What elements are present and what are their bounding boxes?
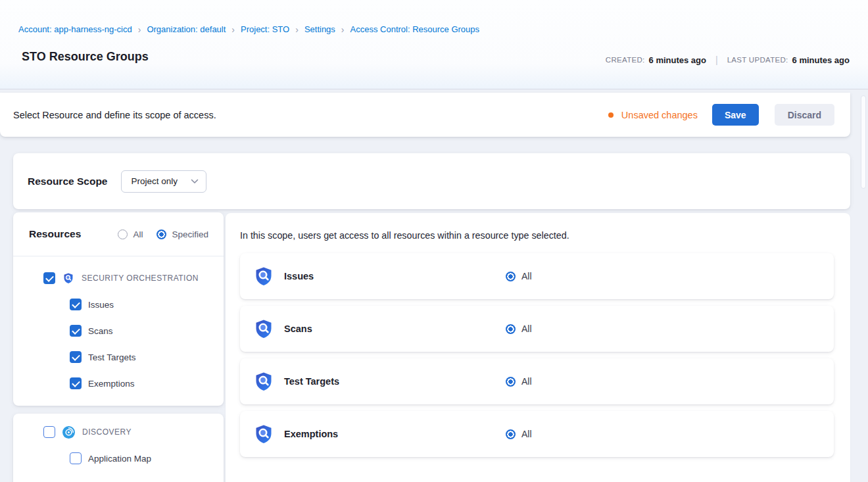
breadcrumb-resource-groups-link[interactable]: Access Control: Resource Groups [350,24,480,34]
test-targets-label: Test Targets [88,352,136,362]
exemptions-label: Exemptions [88,379,135,389]
test-targets-access-label: All [521,376,532,387]
resource-scope-card: Resource Scope Project only [13,153,850,209]
breadcrumb-separator: › [231,25,235,34]
tree-group-security-orchestration: SECURITY ORCHESTRATION [43,270,199,286]
created-label: CREATED: [606,56,645,64]
breadcrumb-account-link[interactable]: Account: app-harness-ng-cicd [18,24,132,34]
resources-panel-header: Resources All Specified [13,212,224,256]
issues-access-label: All [521,271,532,281]
resource-card-issues: Issues All [240,253,834,299]
scope-instruction-text: In this scope, users get access to all r… [240,230,569,241]
radio-selected-icon [506,272,516,281]
breadcrumb-settings-link[interactable]: Settings [304,24,335,34]
discovery-label: DISCOVERY [82,427,132,437]
resources-title: Resources [29,228,81,240]
sto-shield-icon [62,272,74,284]
card-title-scans: Scans [284,324,312,334]
header-meta: CREATED: 6 minutes ago | LAST UPDATED: 6… [606,55,850,65]
test-targets-checkbox[interactable] [70,351,82,363]
breadcrumb-separator: › [138,25,141,34]
sto-shield-icon [253,423,274,445]
page-title: STO Resource Groups [22,50,149,64]
tree-item-issues: Issues [70,297,114,312]
security-orchestration-label: SECURITY ORCHESTRATION [82,274,199,283]
page-header: Account: app-harness-ng-cicd › Organizat… [0,0,868,89]
exemptions-access-label: All [521,429,532,439]
breadcrumb-organization-link[interactable]: Organization: default [147,24,226,34]
save-toolbar: Select Resource and define its scope of … [0,93,850,137]
last-updated-label: LAST UPDATED: [727,56,788,64]
sto-shield-icon [253,318,274,339]
sto-shield-icon [253,266,274,287]
breadcrumb: Account: app-harness-ng-cicd › Organizat… [18,24,479,34]
card-title-issues: Issues [284,271,314,281]
resource-scope-value: Project only [131,176,178,186]
resource-scope-dropdown[interactable]: Project only [121,170,206,193]
discovery-panel: DISCOVERY Application Map [13,414,224,482]
discard-button[interactable]: Discard [775,104,834,126]
resources-panel: Resources All Specified SECURITY ORCHE [13,212,224,406]
resource-card-test-targets: Test Targets All [240,358,834,404]
discovery-icon [62,426,75,439]
last-updated-value: 6 minutes ago [792,55,850,65]
application-map-label: Application Map [88,454,151,464]
tree-item-scans: Scans [70,323,113,339]
resource-card-exemptions: Exemptions All [240,411,834,457]
radio-unselected-icon [118,229,128,239]
issues-checkbox[interactable] [70,299,82,310]
breadcrumb-separator: › [295,25,299,34]
scans-label: Scans [88,326,113,336]
sto-shield-icon [253,371,274,392]
scope-detail-panel: In this scope, users get access to all r… [226,213,850,482]
tree-group-discovery: DISCOVERY [43,424,132,440]
radio-selected-icon [157,229,166,239]
resources-all-label: All [133,229,143,239]
created-value: 6 minutes ago [649,55,706,65]
unsaved-changes-label: Unsaved changes [621,110,698,120]
exemptions-access-radio[interactable]: All [506,429,532,439]
vertical-scrollbar-thumb[interactable] [861,95,866,189]
breadcrumb-project-link[interactable]: Project: STO [241,24,289,34]
tree-item-application-map: Application Map [70,450,151,466]
radio-selected-icon [506,324,516,334]
meta-divider: | [715,55,718,65]
resources-specified-radio[interactable]: Specified [157,229,208,239]
tree-item-test-targets: Test Targets [70,349,136,365]
scans-access-label: All [521,324,532,334]
discovery-checkbox[interactable] [43,426,55,438]
issues-access-radio[interactable]: All [506,271,532,281]
toolbar-message: Select Resource and define its scope of … [13,110,216,120]
radio-selected-icon [506,429,516,439]
resources-specified-label: Specified [172,229,208,239]
resource-card-scans: Scans All [240,306,834,352]
resources-all-radio[interactable]: All [118,229,143,239]
breadcrumb-separator: › [341,25,345,34]
chevron-down-icon [191,179,199,184]
test-targets-access-radio[interactable]: All [506,376,532,387]
save-button[interactable]: Save [712,104,759,126]
issues-label: Issues [88,300,114,310]
application-map-checkbox[interactable] [70,452,82,464]
card-title-exemptions: Exemptions [284,429,338,439]
scans-checkbox[interactable] [70,325,82,337]
security-orchestration-checkbox[interactable] [43,272,55,284]
card-title-test-targets: Test Targets [284,376,339,387]
resource-scope-label: Resource Scope [28,176,107,187]
unsaved-changes-dot [608,112,614,118]
scans-access-radio[interactable]: All [506,324,532,334]
radio-selected-icon [506,377,516,387]
tree-item-exemptions: Exemptions [70,375,135,391]
exemptions-checkbox[interactable] [70,377,82,389]
resource-group-page: Account: app-harness-ng-cicd › Organizat… [0,0,868,482]
